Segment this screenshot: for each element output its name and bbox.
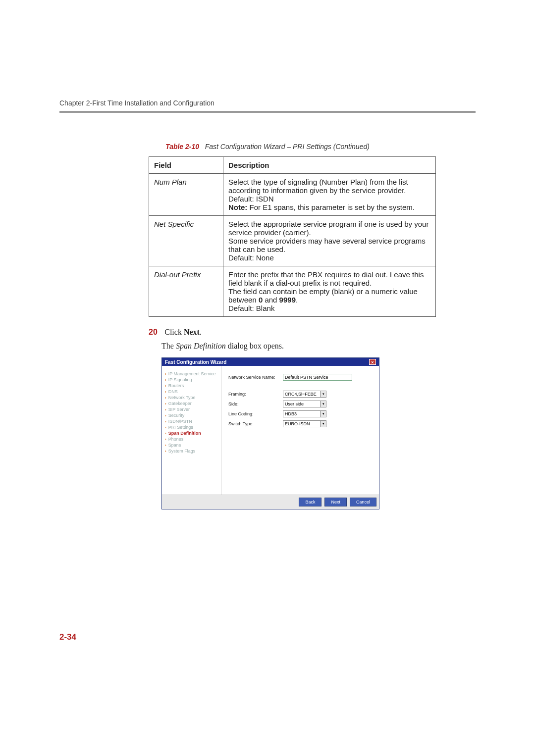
nav-item-active[interactable]: ›Span Definition <box>165 430 218 436</box>
row-line-coding: Line Coding: HDB3▾ <box>228 410 372 417</box>
table-row: Num Plan Select the type of signaling (N… <box>149 174 436 216</box>
wizard-body: ›IP Management Service ›IP Signaling ›Ro… <box>162 366 379 495</box>
label-nsn: Network Service Name: <box>228 375 283 380</box>
cell-desc: Select the appropriate service program i… <box>223 216 436 266</box>
label-side: Side: <box>228 402 283 406</box>
chevron-right-icon: › <box>165 402 166 406</box>
wizard-title: Fast Configuration Wizard <box>165 359 226 365</box>
label-switch-type: Switch Type: <box>228 421 283 426</box>
cell-field: Dial-out Prefix <box>149 266 223 317</box>
nav-item[interactable]: ›DNS <box>165 389 218 395</box>
wizard-nav: ›IP Management Service ›IP Signaling ›Ro… <box>162 366 221 495</box>
nav-item[interactable]: ›PRI Settings <box>165 424 218 430</box>
content-area: Chapter 2-First Time Installation and Co… <box>59 99 476 509</box>
cell-desc: Enter the prefix that the PBX requires t… <box>223 266 436 317</box>
chevron-right-icon: › <box>165 413 166 418</box>
wizard-titlebar: Fast Configuration Wizard × <box>162 358 379 366</box>
table-row: Net Specific Select the appropriate serv… <box>149 216 436 266</box>
chevron-right-icon: › <box>165 443 166 448</box>
nav-item[interactable]: ›System Flags <box>165 448 218 454</box>
chevron-down-icon: ▾ <box>321 410 326 417</box>
nav-item[interactable]: ›Spans <box>165 442 218 448</box>
table-caption: Table 2-10 Fast Configuration Wizard – P… <box>124 143 411 151</box>
caption-label: Table 2-10 <box>165 143 199 151</box>
chevron-right-icon: › <box>165 390 166 394</box>
label-framing: Framing: <box>228 392 283 397</box>
chevron-right-icon: › <box>165 437 166 442</box>
page: Chapter 2-First Time Installation and Co… <box>0 0 535 756</box>
wizard-main: Network Service Name: Default PSTN Servi… <box>221 366 379 495</box>
cell-field: Net Specific <box>149 216 223 266</box>
header-rule <box>59 111 476 113</box>
back-button[interactable]: Back <box>299 498 321 506</box>
nav-item[interactable]: ›Security <box>165 412 218 418</box>
chevron-right-icon: › <box>165 384 166 388</box>
select-switch-type[interactable]: EURO-ISDN▾ <box>283 420 326 427</box>
row-switch-type: Switch Type: EURO-ISDN▾ <box>228 420 372 427</box>
chevron-right-icon: › <box>165 407 166 412</box>
chevron-right-icon: › <box>165 425 166 430</box>
chevron-down-icon: ▾ <box>321 391 326 398</box>
chevron-right-icon: › <box>165 449 166 454</box>
chevron-right-icon: › <box>165 419 166 424</box>
step-number: 20 <box>149 328 158 336</box>
close-icon[interactable]: × <box>369 359 376 365</box>
select-line-coding[interactable]: HDB3▾ <box>283 410 326 417</box>
chevron-down-icon: ▾ <box>321 401 326 407</box>
nav-item[interactable]: ›IP Signaling <box>165 377 218 383</box>
next-button[interactable]: Next <box>324 498 347 506</box>
row-side: Side: User side▾ <box>228 401 372 407</box>
row-framing: Framing: CRC4,Si=FEBE▾ <box>228 391 372 398</box>
nav-item[interactable]: ›Network Type <box>165 395 218 401</box>
chapter-header: Chapter 2-First Time Installation and Co… <box>59 99 476 107</box>
page-number: 2-34 <box>59 632 76 642</box>
chevron-right-icon: › <box>165 396 166 400</box>
nav-item[interactable]: ›SIP Server <box>165 406 218 412</box>
th-field: Field <box>149 157 223 174</box>
label-line-coding: Line Coding: <box>228 411 283 416</box>
nav-item[interactable]: ›ISDN/PSTN <box>165 418 218 424</box>
chevron-down-icon: ▾ <box>321 420 326 427</box>
step-text: Click Next. <box>164 328 202 336</box>
nav-item[interactable]: ›Routers <box>165 383 218 389</box>
nav-item[interactable]: ›Phones <box>165 436 218 442</box>
row-network-service-name: Network Service Name: Default PSTN Servi… <box>228 374 372 381</box>
step-result: The Span Definition dialog box opens. <box>161 342 436 351</box>
select-side[interactable]: User side▾ <box>283 401 326 407</box>
wizard-footer: Back Next Cancel <box>162 495 379 509</box>
pri-settings-table: Field Description Num Plan Select the ty… <box>149 156 436 317</box>
chevron-right-icon: › <box>165 431 166 436</box>
th-description: Description <box>223 157 436 174</box>
table-header-row: Field Description <box>149 157 436 174</box>
chevron-right-icon: › <box>165 372 166 376</box>
step-20: 20 Click Next. <box>149 328 436 337</box>
cancel-button[interactable]: Cancel <box>350 498 376 506</box>
caption-text: Fast Configuration Wizard – PRI Settings… <box>201 143 370 151</box>
input-nsn[interactable]: Default PSTN Service <box>283 374 352 381</box>
select-framing[interactable]: CRC4,Si=FEBE▾ <box>283 391 326 398</box>
cell-desc: Select the type of signaling (Number Pla… <box>223 174 436 216</box>
nav-item[interactable]: ›IP Management Service <box>165 371 218 377</box>
table-row: Dial-out Prefix Enter the prefix that th… <box>149 266 436 317</box>
cell-field: Num Plan <box>149 174 223 216</box>
chevron-right-icon: › <box>165 378 166 382</box>
fast-config-wizard-dialog: Fast Configuration Wizard × ›IP Manageme… <box>161 357 379 509</box>
nav-item[interactable]: ›Gatekeeper <box>165 401 218 406</box>
